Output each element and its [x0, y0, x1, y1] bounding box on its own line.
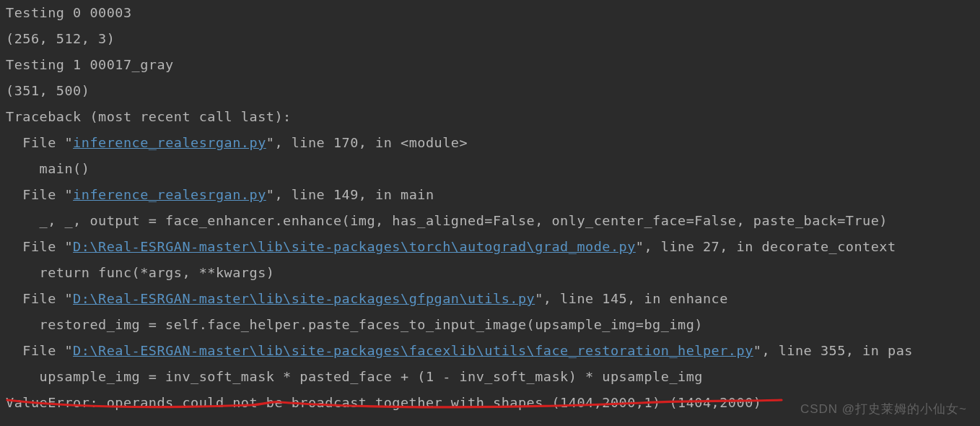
console-text: File " [6, 343, 73, 358]
console-text: (351, 500) [6, 83, 89, 98]
console-text: Testing 1 00017_gray [6, 57, 174, 72]
console-text: ", line 145, in enhance [535, 291, 728, 306]
source-file-link[interactable]: D:\Real-ESRGAN-master\lib\site-packages\… [73, 343, 753, 358]
console-text: return func(*args, **kwargs) [6, 265, 274, 280]
console-output[interactable]: Testing 0 00003 (256, 512, 3) Testing 1 … [0, 0, 980, 416]
console-text: restored_img = self.face_helper.paste_fa… [6, 317, 703, 332]
console-text: File " [6, 187, 73, 202]
console-text: File " [6, 291, 73, 306]
source-file-link[interactable]: D:\Real-ESRGAN-master\lib\site-packages\… [73, 239, 636, 254]
source-file-link[interactable]: inference_realesrgan.py [73, 187, 266, 202]
console-text: Traceback (most recent call last): [6, 109, 292, 124]
console-text: (256, 512, 3) [6, 31, 115, 46]
console-text: ", line 149, in main [266, 187, 434, 202]
console-text: ", line 27, in decorate_context [636, 239, 896, 254]
console-text: File " [6, 239, 73, 254]
console-text: File " [6, 135, 73, 150]
console-text: main() [6, 161, 89, 176]
console-text: ", line 170, in <module> [266, 135, 468, 150]
console-text: ", line 355, in pas [753, 343, 913, 358]
source-file-link[interactable]: D:\Real-ESRGAN-master\lib\site-packages\… [73, 291, 535, 306]
console-text: _, _, output = face_enhancer.enhance(img… [6, 213, 888, 228]
console-text: ValueError: operands could not be broadc… [6, 395, 770, 410]
source-file-link[interactable]: inference_realesrgan.py [73, 135, 266, 150]
console-text: upsample_img = inv_soft_mask * pasted_fa… [6, 369, 703, 384]
console-text: Testing 0 00003 [6, 5, 132, 20]
